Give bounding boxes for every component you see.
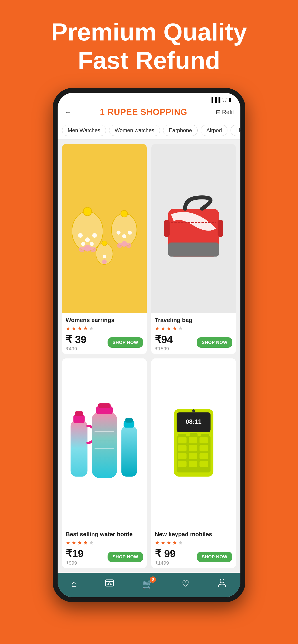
price-block-phone: ₹ 99 ₹1499 [155,548,176,566]
svg-rect-60 [178,434,186,437]
svg-rect-40 [121,426,137,477]
svg-point-9 [79,247,85,252]
star-4: ★ [172,325,177,332]
product-info-phone: New keypad mobiles ★ ★ ★ ★ ★ ₹ 99 ₹1499 [151,527,236,568]
star-1: ★ [66,540,71,546]
svg-rect-62 [201,434,209,437]
star-4: ★ [172,540,177,546]
old-price-bag: ₹1599 [155,346,173,352]
nav-home[interactable]: ⌂ [71,578,77,589]
hero-section: Premium Quality Fast Refund [0,0,298,88]
price-block-bag: ₹94 ₹1599 [155,334,173,352]
svg-rect-28 [218,220,223,237]
svg-rect-32 [75,411,83,416]
current-price-phone: ₹ 99 [155,548,176,560]
current-price-bag: ₹94 [155,334,173,345]
product-image-earrings [62,144,147,313]
svg-rect-57 [178,461,187,467]
nav-profile[interactable] [217,578,227,590]
filter-label: Refil [222,109,234,116]
wishlist-icon: ♡ [181,578,190,589]
svg-point-7 [90,242,94,246]
svg-rect-50 [199,437,208,444]
svg-point-63 [192,409,195,412]
category-earphone[interactable]: Earphone [163,125,198,136]
svg-rect-48 [178,437,187,444]
product-name-bottle: Best selling water bottle [66,531,143,538]
earrings-illustration [62,189,147,268]
category-men-watches[interactable]: Men Watches [62,125,106,136]
signal-icon: ▐▐▐ [210,97,220,103]
nav-offers[interactable] [104,578,114,590]
hero-line2: Fast Refund [14,46,284,75]
old-price-bottle: ₹999 [66,560,84,566]
categories-row: Men Watches Women watches Earphone Airpo… [58,122,240,140]
svg-point-18 [126,243,131,248]
star-3: ★ [167,540,171,546]
old-price-phone: ₹1499 [155,560,176,566]
svg-point-17 [117,243,122,248]
svg-rect-55 [189,453,197,459]
svg-rect-51 [178,445,187,451]
svg-rect-25 [168,242,219,257]
svg-point-21 [103,255,106,258]
bottom-nav: ⌂ 0 🛒 ♡ [58,573,240,597]
category-helmets[interactable]: Helmets [231,125,240,136]
svg-rect-42 [125,418,133,422]
shop-now-bottle[interactable]: SHOP NOW [107,552,143,562]
shop-now-phone[interactable]: SHOP NOW [197,552,232,562]
products-grid: Womens earrings ★ ★ ★ ★ ★ ₹ 39 ₹499 SHOP [58,140,240,573]
product-card-earrings: Womens earrings ★ ★ ★ ★ ★ ₹ 39 ₹499 SHOP [62,144,147,354]
bottle-illustration [62,404,147,482]
product-info-bottle: Best selling water bottle ★ ★ ★ ★ ★ ₹19 … [62,527,147,568]
product-card-phone: 08:11 [151,358,236,568]
status-bar: ▐▐▐ ⌘ ▮ [58,93,240,105]
filter-button[interactable]: ⊟ Refil [216,109,234,116]
category-women-watches[interactable]: Women watches [109,125,160,136]
price-block-bottle: ₹19 ₹999 [66,548,84,566]
home-icon: ⌂ [71,578,77,589]
cart-badge: 0 [150,576,156,583]
nav-cart[interactable]: 0 🛒 [142,578,154,589]
star-2: ★ [71,540,76,546]
product-card-bottle: Best selling water bottle ★ ★ ★ ★ ★ ₹19 … [62,358,147,568]
price-row-bag: ₹94 ₹1599 SHOP NOW [155,334,232,352]
star-1: ★ [155,540,160,546]
star-1: ★ [155,325,160,332]
svg-point-15 [128,231,132,235]
star-5: ★ [89,540,94,546]
product-image-bag [151,144,236,313]
profile-icon [217,578,227,590]
price-row-earrings: ₹ 39 ₹499 SHOP NOW [66,334,143,352]
product-info-earrings: Womens earrings ★ ★ ★ ★ ★ ₹ 39 ₹499 SHOP [62,313,147,354]
star-3: ★ [167,325,171,332]
star-5: ★ [178,540,183,546]
product-name-earrings: Womens earrings [66,317,143,324]
star-3: ★ [77,540,82,546]
svg-text:08:11: 08:11 [186,418,202,425]
phone-screen: ▐▐▐ ⌘ ▮ ← 1 RUPEE SHOPPING ⊟ Refil Men W… [58,93,240,597]
product-name-phone: New keypad mobiles [155,531,232,538]
svg-point-10 [90,247,96,252]
shop-now-earrings[interactable]: SHOP NOW [107,337,143,348]
battery-icon: ▮ [229,97,231,103]
svg-rect-52 [189,445,197,451]
svg-rect-53 [199,445,208,451]
nav-wishlist[interactable]: ♡ [181,578,190,589]
svg-point-22 [102,260,107,264]
svg-rect-27 [164,220,170,237]
shop-now-bag[interactable]: SHOP NOW [197,337,232,348]
price-row-bottle: ₹19 ₹999 SHOP NOW [66,548,143,566]
back-button[interactable]: ← [64,108,71,116]
stars-earrings: ★ ★ ★ ★ ★ [66,325,143,332]
wifi-icon: ⌘ [222,97,227,103]
hero-line1: Premium Quality [14,18,284,46]
svg-point-3 [78,233,83,238]
category-airpod[interactable]: Airpod [201,125,227,136]
svg-rect-54 [178,453,187,459]
svg-point-14 [122,234,126,238]
star-2: ★ [161,540,166,546]
svg-rect-30 [71,420,88,476]
svg-point-4 [85,238,90,242]
phone-illustration: 08:11 [151,404,236,482]
